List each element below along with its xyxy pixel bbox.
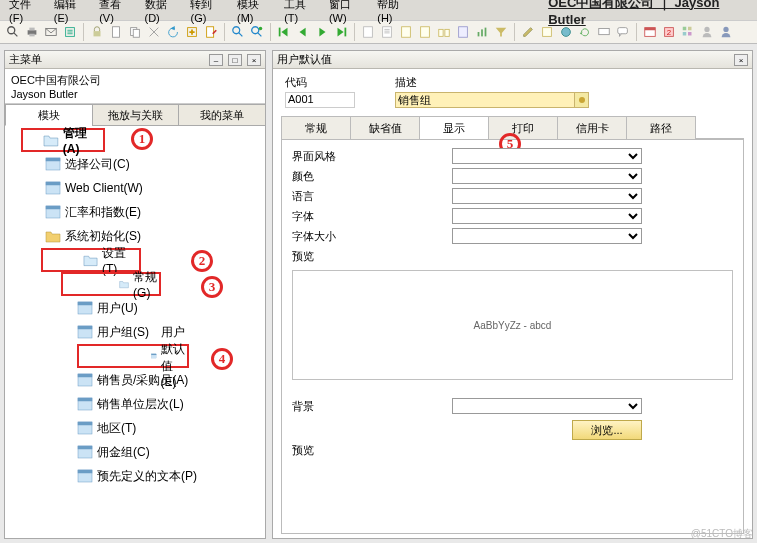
tree-label: 地区(T) (97, 420, 136, 437)
lock-icon[interactable] (88, 23, 106, 41)
color-select[interactable] (452, 168, 642, 184)
refresh-icon[interactable] (576, 23, 594, 41)
print-icon[interactable] (23, 23, 41, 41)
last-icon[interactable] (332, 23, 350, 41)
tree-sales-unit-levels[interactable]: 销售单位层次(L) (5, 392, 265, 416)
tree-web-client[interactable]: Web Client(W) (5, 176, 265, 200)
background-select[interactable] (452, 398, 642, 414)
tree-commission-group[interactable]: 佣金组(C) (5, 440, 265, 464)
left-panel-title: 主菜单 – □ × (5, 51, 265, 69)
pencil-icon[interactable] (519, 23, 537, 41)
menu-view[interactable]: 查看(V) (94, 0, 139, 24)
tab-defaults[interactable]: 缺省值 (350, 116, 420, 139)
cut-icon[interactable] (145, 23, 163, 41)
tree-select-company[interactable]: 选择公司(C) (5, 152, 265, 176)
minimize-icon[interactable]: – (209, 54, 223, 66)
msg-icon[interactable] (595, 23, 613, 41)
svg-rect-59 (78, 446, 92, 449)
copy-icon[interactable] (126, 23, 144, 41)
tab-credit-card[interactable]: 信用卡 (557, 116, 627, 139)
tree-predefined-text[interactable]: 预先定义的文本(P) (5, 464, 265, 488)
tab-my-menu[interactable]: 我的菜单 (178, 104, 266, 126)
first-icon[interactable] (275, 23, 293, 41)
sheet1-icon[interactable] (359, 23, 377, 41)
fontsize-select[interactable] (452, 228, 642, 244)
lookup-icon[interactable] (575, 92, 589, 108)
annotation-1: 1 (131, 128, 153, 150)
close-icon[interactable]: × (734, 54, 748, 66)
svg-rect-19 (421, 27, 430, 38)
doc-icon[interactable] (107, 23, 125, 41)
current-user: Jayson Butler (11, 87, 259, 101)
menu-window[interactable]: 窗口(W) (324, 0, 372, 24)
sheet6-icon[interactable] (454, 23, 472, 41)
prev-icon[interactable] (294, 23, 312, 41)
close-icon[interactable]: × (247, 54, 261, 66)
tree-region[interactable]: 地区(T) (5, 416, 265, 440)
module-tree[interactable]: 管理(A) 1 选择公司(C) Web Client(W) 汇率和指数(E) 系… (5, 126, 265, 538)
menu-edit[interactable]: 编辑(E) (49, 0, 94, 24)
window-icon (77, 325, 93, 339)
tree-label: 预先定义的文本(P) (97, 468, 197, 485)
sheet3-icon[interactable] (397, 23, 415, 41)
note-icon[interactable] (538, 23, 556, 41)
tree-admin[interactable]: 管理(A) (21, 128, 105, 152)
desc-field[interactable] (395, 92, 575, 108)
user-icon[interactable] (698, 23, 716, 41)
tab-general[interactable]: 常规 (281, 116, 351, 139)
svg-rect-34 (683, 27, 687, 31)
sheet5-icon[interactable] (435, 23, 453, 41)
maximize-icon[interactable]: □ (228, 54, 242, 66)
skin-select[interactable] (452, 148, 642, 164)
sheet4-icon[interactable] (416, 23, 434, 41)
tab-drag-link[interactable]: 拖放与关联 (92, 104, 180, 126)
alert-icon[interactable]: 2 (660, 23, 678, 41)
user2-icon[interactable] (717, 23, 735, 41)
tree-users[interactable]: 用户(U) (5, 296, 265, 320)
tab-display[interactable]: 显示 (419, 116, 489, 139)
tree-label: 选择公司(C) (65, 156, 130, 173)
chart-icon[interactable] (473, 23, 491, 41)
menu-help[interactable]: 帮助(H) (372, 0, 418, 24)
filter-icon[interactable] (492, 23, 510, 41)
menu-modules[interactable]: 模块(M) (232, 0, 279, 24)
menu-tools[interactable]: 工具(T) (279, 0, 324, 24)
edit-doc-icon[interactable] (202, 23, 220, 41)
tab-path[interactable]: 路径 (626, 116, 696, 139)
svg-rect-57 (78, 422, 92, 425)
tab-modules[interactable]: 模块 (5, 104, 93, 126)
next-icon[interactable] (313, 23, 331, 41)
menu-file[interactable]: 文件(F) (4, 0, 49, 24)
tree-sales-buyers[interactable]: 销售员/采购员(A) (5, 368, 265, 392)
search-icon[interactable] (4, 23, 22, 41)
cal-icon[interactable] (641, 23, 659, 41)
chat-icon[interactable] (614, 23, 632, 41)
tree-fx-index[interactable]: 汇率和指数(E) (5, 200, 265, 224)
font-select[interactable] (452, 208, 642, 224)
world-icon[interactable] (557, 23, 575, 41)
find-next-icon[interactable] (248, 23, 266, 41)
svg-point-13 (259, 27, 263, 31)
email-icon[interactable] (42, 23, 60, 41)
grid-icon[interactable] (679, 23, 697, 41)
export-icon[interactable] (61, 23, 79, 41)
svg-rect-31 (645, 28, 656, 31)
language-select[interactable] (452, 188, 642, 204)
sheet2-icon[interactable] (378, 23, 396, 41)
svg-rect-8 (113, 27, 120, 38)
browse-button[interactable]: 浏览... (572, 420, 642, 440)
tree-user-defaults[interactable]: 用户默认值(E) (77, 344, 189, 368)
add-icon[interactable] (183, 23, 201, 41)
find-icon[interactable] (229, 23, 247, 41)
tree-settings[interactable]: 设置(T) (41, 248, 141, 272)
undo-icon[interactable] (164, 23, 182, 41)
menu-data[interactable]: 数据(D) (140, 0, 186, 24)
folder-open-icon (43, 133, 59, 147)
tree-general[interactable]: 常规(G) (61, 272, 161, 296)
svg-point-62 (579, 97, 585, 103)
menu-goto[interactable]: 转到(G) (185, 0, 232, 24)
annotation-3: 3 (201, 276, 223, 298)
tab-print[interactable]: 打印 (488, 116, 558, 139)
tree-user-groups[interactable]: 用户组(S) (5, 320, 265, 344)
code-field[interactable]: A001 (285, 92, 355, 108)
